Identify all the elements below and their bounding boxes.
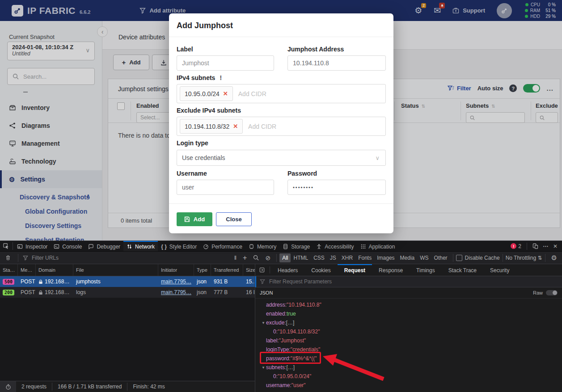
json-row-subnets[interactable]: ▼subnets[…]: [255, 363, 562, 372]
request-row-logs[interactable]: 200 POST 192.168… logs main.7795… json 7…: [0, 287, 255, 298]
column-file[interactable]: File: [73, 264, 158, 276]
label-field[interactable]: [177, 55, 274, 71]
column-size[interactable]: Size: [243, 264, 255, 276]
responsive-design-icon[interactable]: [532, 243, 538, 249]
column-domain[interactable]: Domain: [36, 264, 73, 276]
filter-other[interactable]: Other: [431, 253, 450, 262]
request-params-filter[interactable]: [255, 276, 562, 287]
detail-tab-response[interactable]: Response: [372, 264, 410, 276]
devtools-panel: Inspector Console Debugger Network { } S…: [0, 240, 562, 392]
tab-debugger[interactable]: Debugger: [85, 241, 123, 251]
tab-accessibility[interactable]: Accessibility: [313, 241, 357, 251]
json-row-exclude[interactable]: ▼exclude[…]: [255, 318, 562, 327]
close-devtools-icon[interactable]: ✕: [553, 243, 558, 249]
password-field[interactable]: [287, 180, 386, 195]
tab-network[interactable]: Network: [123, 241, 158, 251]
throttling-status-button[interactable]: [0, 381, 16, 392]
json-row-label[interactable]: label"Jumphost": [255, 336, 562, 345]
tab-inspector[interactable]: Inspector: [14, 241, 51, 251]
tab-style-editor[interactable]: { } Style Editor: [158, 241, 200, 251]
filter-css[interactable]: CSS: [311, 253, 327, 262]
expand-triangle-icon[interactable]: ▼: [261, 321, 266, 325]
remove-tag-icon[interactable]: ✕: [223, 90, 228, 97]
disable-cache-label: Disable Cache: [465, 255, 500, 261]
search-icon[interactable]: [250, 255, 262, 261]
request-row-jumphosts[interactable]: 500 POST 192.168… jumphosts main.7795… j…: [0, 276, 255, 287]
disable-cache-checkbox[interactable]: [456, 255, 462, 261]
modal-add-button[interactable]: Add: [177, 212, 212, 226]
finish-time: Finish: 42 ms: [133, 384, 165, 390]
modal-close-button[interactable]: Close: [216, 212, 252, 226]
column-initiator[interactable]: Initiator: [158, 264, 194, 276]
detail-tab-headers[interactable]: Headers: [271, 264, 304, 276]
detail-tab-stack-trace[interactable]: Stack Trace: [442, 264, 483, 276]
trash-icon[interactable]: [5, 255, 11, 261]
exclude-tag: 10.194.110.8/32 ✕: [180, 119, 243, 134]
subnets-field-label: IPv4 subnets!: [177, 74, 222, 81]
login-type-select[interactable]: Use credentials ∨: [177, 150, 386, 166]
pause-icon[interactable]: ‖: [231, 254, 240, 261]
initiator-link[interactable]: main.7795…: [161, 289, 191, 295]
detail-tab-security[interactable]: Security: [483, 264, 516, 276]
updown-icon: ⇅: [537, 255, 542, 261]
username-input[interactable]: [177, 180, 274, 194]
filter-request-parameters-input[interactable]: [268, 278, 368, 285]
filter-js[interactable]: JS: [327, 253, 339, 262]
block-icon[interactable]: ⊘: [262, 254, 274, 261]
meatball-menu-icon[interactable]: ⋯: [543, 243, 549, 249]
tab-application[interactable]: Application: [357, 241, 398, 251]
json-row-subnets-0[interactable]: 0"10.95.0.0/24": [255, 372, 562, 381]
stopwatch-icon: [5, 384, 11, 390]
column-method[interactable]: Me…: [18, 264, 36, 276]
column-type[interactable]: Type: [194, 264, 211, 276]
column-transferred[interactable]: Transferred: [211, 264, 243, 276]
label-input[interactable]: [177, 56, 274, 70]
add-jumphost-modal: Add Jumphost Label Jumphost Address IPv4…: [169, 13, 393, 233]
filter-images[interactable]: Images: [374, 253, 397, 262]
json-row-exclude-0[interactable]: 0"10.194.110.8/32": [255, 327, 562, 336]
filter-html[interactable]: HTML: [291, 253, 311, 262]
filter-urls-input[interactable]: [31, 254, 100, 261]
filter-all[interactable]: All: [279, 253, 291, 262]
subnets-field[interactable]: 10.95.0.0/24 ✕ Add CIDR: [177, 84, 386, 103]
pick-element-button[interactable]: [0, 241, 12, 251]
pick-element-icon: [3, 243, 9, 249]
json-row-address[interactable]: address"10.194.110.8": [255, 300, 562, 309]
expand-triangle-icon[interactable]: ▼: [261, 366, 266, 370]
error-count-badge[interactable]: ! 2: [511, 243, 521, 249]
network-settings-gear-icon[interactable]: ⚙: [548, 254, 560, 262]
filter-funnel-icon: [260, 279, 265, 284]
status-badge-200: 200: [3, 290, 14, 295]
json-row-username[interactable]: username"user": [255, 381, 562, 390]
tab-console[interactable]: Console: [51, 241, 85, 251]
exclude-field[interactable]: 10.194.110.8/32 ✕ Add CIDR: [177, 117, 386, 136]
filter-fonts[interactable]: Fonts: [355, 253, 374, 262]
request-table-header: Sta… Me… Domain File Initiator Type Tran…: [0, 264, 255, 276]
raw-toggle[interactable]: [546, 290, 558, 295]
throttling-select[interactable]: No Throttling ⇅: [506, 255, 542, 261]
json-row-enabled[interactable]: enabledtrue: [255, 309, 562, 318]
password-input[interactable]: [288, 180, 385, 194]
filter-media[interactable]: Media: [397, 253, 418, 262]
tab-storage[interactable]: Storage: [279, 241, 313, 251]
address-input[interactable]: [288, 56, 385, 70]
password-highlight-box: [260, 352, 321, 364]
request-count: 2 requests: [21, 384, 46, 390]
filter-xhr[interactable]: XHR: [339, 253, 355, 262]
performance-gauge-icon: [203, 244, 209, 249]
plus-icon[interactable]: +: [240, 254, 250, 262]
request-detail-panel: Headers Cookies Request Response Timings…: [255, 264, 562, 392]
column-status[interactable]: Sta…: [0, 264, 18, 276]
detail-tab-timings[interactable]: Timings: [410, 264, 442, 276]
label-field-label: Label: [177, 46, 193, 53]
filter-ws[interactable]: WS: [417, 253, 431, 262]
username-field[interactable]: [177, 180, 274, 195]
collapse-detail-button[interactable]: [255, 264, 269, 276]
address-field[interactable]: [287, 55, 386, 71]
initiator-link[interactable]: main.7795…: [161, 278, 191, 285]
remove-tag-icon[interactable]: ✕: [233, 123, 238, 130]
detail-tab-request[interactable]: Request: [338, 264, 372, 276]
detail-tab-cookies[interactable]: Cookies: [304, 264, 337, 276]
tab-performance[interactable]: Performance: [200, 241, 245, 251]
tab-memory[interactable]: Memory: [245, 241, 279, 251]
